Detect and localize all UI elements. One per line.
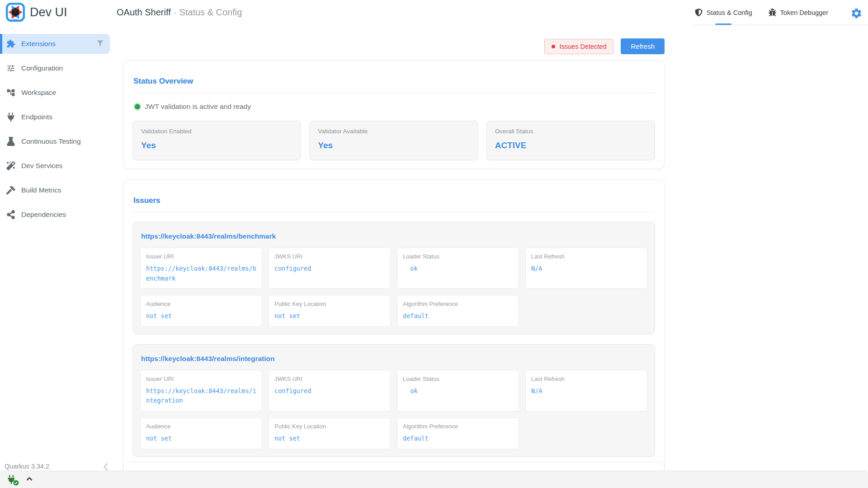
field-loader-status: Loader Status ok [397,248,519,289]
divider [132,93,655,93]
sidebar-item-label: Configuration [21,64,63,72]
wand-icon [6,161,15,170]
field-audience: Audience not set [140,418,262,449]
top-header: Dev UI OAuth Sheriff·Status & Config Sta… [0,0,868,25]
field-loader-status: Loader Status ok [397,370,519,411]
field-issuer-uri: Issuer URI https://keycloak:8443/realms/… [140,370,262,411]
sidebar-item-configuration[interactable]: Configuration [0,58,113,78]
field-issuer-uri: Issuer URI https://keycloak:8443/realms/… [140,248,262,289]
field-value: not set [146,311,256,321]
field-audience: Audience not set [140,295,262,327]
field-public-key-location: Public Key Location not set [269,295,391,327]
field-label: Issuer URI [146,375,256,382]
sidebar-item-dependencies[interactable]: Dependencies [0,205,113,225]
field-value: https://keycloak:8443/realms/integration [146,386,256,406]
issuer-fields: Issuer URI https://keycloak:8443/realms/… [140,370,647,449]
status-message: JWT validation is active and ready [145,103,251,111]
field-value: N/A [531,386,642,396]
metric-label: Validation Enabled [141,128,292,135]
tab-token-debugger[interactable]: Token Debugger [760,0,836,25]
field-value: not set [274,311,385,321]
issuer-fields: Issuer URI https://keycloak:8443/realms/… [140,248,647,327]
field-label: Audience [146,300,256,307]
field-label: Loader Status [403,375,513,382]
field-label: Audience [146,423,256,430]
field-label: Public Key Location [274,423,385,430]
field-value: ok [403,264,513,274]
metric-label: Validator Available [318,128,469,135]
field-algorithm-preference: Algorithm Preference default [397,418,519,449]
status-overview-card: Status Overview JWT validation is active… [123,60,665,169]
sidebar-item-label: Continuous Testing [21,137,81,145]
quarkus-logo-icon [5,2,25,22]
issuer-panel-integration: https://keycloak:8443/realms/integration… [132,344,655,457]
field-public-key-location: Public Key Location not set [269,418,391,449]
metric-value: Yes [318,141,469,150]
field-value: N/A [531,264,642,274]
issuers-card: Issuers https://keycloak:8443/realms/ben… [123,179,665,474]
field-label: JWKS URI [274,253,385,260]
field-value: configured [274,386,385,396]
page-title: OAuth Sheriff·Status & Config [117,7,242,18]
field-label: Public Key Location [274,300,385,307]
expand-log-button[interactable] [24,474,34,486]
sidebar: Extensions Configuration Workspace Endpo… [0,25,113,471]
sidebar-item-label: Workspace [21,89,56,97]
page-title-separator: · [174,7,177,17]
field-value: ok [403,386,513,396]
issuer-title: https://keycloak:8443/realms/benchmark [141,232,647,240]
shield-icon [695,9,703,16]
divider [132,212,655,212]
footer-bar [0,471,868,488]
flask-icon [6,137,15,146]
tab-label: Token Debugger [780,9,828,16]
puzzle-icon [6,39,15,48]
field-value: default [403,434,513,444]
field-value: https://keycloak:8443/realms/benchmark [146,264,256,283]
tab-label: Status & Config [707,9,752,16]
metric-overall-status: Overall Status ACTIVE [486,121,655,160]
field-label: Loader Status [403,253,513,260]
sidebar-item-build-metrics[interactable]: Build Metrics [0,180,113,200]
issues-badge-label: Issues Detected [559,43,606,50]
sidebar-item-label: Dev Services [21,162,62,170]
filter-extensions-button[interactable] [96,39,104,49]
tree-icon [6,88,15,97]
sliders-icon [6,64,15,73]
page-title-main: OAuth Sheriff [117,7,171,17]
field-label: Issuer URI [146,253,256,260]
issuers-heading: Issuers [133,196,655,205]
field-label: Last Refresh [531,253,642,260]
bug-icon [769,9,776,16]
sidebar-item-label: Build Metrics [21,186,61,194]
sidebar-item-endpoints[interactable]: Endpoints [0,107,113,127]
gear-icon [850,7,863,19]
page-tabs: Status & Config Token Debugger [687,0,836,25]
sidebar-item-extensions[interactable]: Extensions [0,34,110,54]
metric-validator-available: Validator Available Yes [309,121,478,160]
quarkus-version-label: Quarkus 3.34.2 [5,463,49,470]
field-jwks-uri: JWKS URI configured [269,370,391,411]
plug-icon [6,113,15,122]
brand-logo[interactable]: Dev UI [5,2,67,22]
field-value: configured [274,264,385,274]
field-label: JWKS URI [274,375,385,382]
tab-status-config[interactable]: Status & Config [687,0,760,25]
brand-title: Dev UI [30,5,67,19]
refresh-button[interactable]: Refresh [621,38,665,54]
field-last-refresh: Last Refresh N/A [525,370,647,411]
issues-dot-icon [552,45,555,48]
settings-button[interactable] [850,7,863,21]
tabs-divider [692,25,868,25]
connection-status-button[interactable] [7,475,17,485]
metric-validation-enabled: Validation Enabled Yes [132,121,301,160]
field-value: not set [274,434,385,444]
sidebar-item-dev-services[interactable]: Dev Services [0,156,113,176]
field-algorithm-preference: Algorithm Preference default [397,295,519,327]
sidebar-item-workspace[interactable]: Workspace [0,83,113,103]
quarkus-dev-ui-page: { "brand": { "title": "Dev UI" }, "heade… [0,0,868,488]
sidebar-item-continuous-testing[interactable]: Continuous Testing [0,131,113,151]
graph-icon [6,210,15,219]
funnel-icon [96,39,104,47]
field-label: Algorithm Preference [403,423,513,430]
